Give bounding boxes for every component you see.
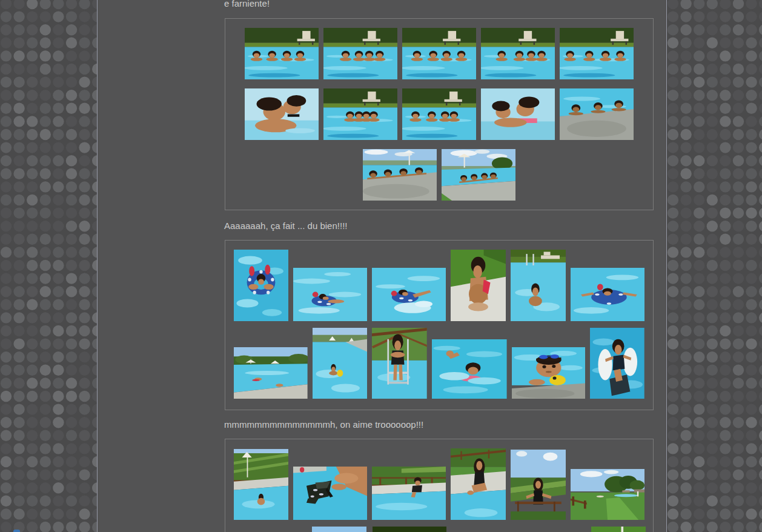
ring-arms-photo: [571, 268, 644, 321]
group-d-photo: [481, 28, 555, 79]
float-chair-photo: [590, 328, 644, 399]
panorama-b-photo: [442, 149, 515, 201]
hedge-flat-photo: [373, 527, 446, 532]
photo-thumb-ball-pool[interactable]: [313, 328, 368, 399]
photo-thumb-group-c[interactable]: [402, 28, 476, 79]
photo-gallery-2: [225, 240, 654, 410]
photo-thumb-group-f[interactable]: [323, 88, 397, 140]
gallery-row: [234, 328, 644, 399]
group-a-photo: [245, 28, 319, 79]
photo-gallery-3: [225, 439, 654, 532]
two-girls-photo: [481, 88, 555, 140]
photo-thumb-butterfly[interactable]: [293, 467, 367, 520]
boy-ladder-photo: [511, 250, 566, 321]
ball-pool-photo: [313, 328, 368, 399]
photo-gallery-1: [225, 18, 654, 210]
photo-thumb-duck-boy[interactable]: [512, 347, 586, 399]
photo-thumb-edge-three[interactable]: [560, 88, 634, 140]
group-f-photo: [323, 88, 397, 140]
photo-thumb-edge-sit[interactable]: [451, 448, 506, 520]
group-g-photo: [402, 88, 476, 140]
photo-thumb-group-a[interactable]: [245, 28, 319, 79]
vineyard-pool-photo: [234, 449, 288, 520]
post-text-ca-fait-du-bien: Aaaaaaah, ça fait ... du bien!!!!: [224, 221, 648, 231]
crouch-girl-photo: [451, 250, 506, 321]
gallery-row: [234, 28, 644, 79]
panorama-a-photo: [363, 149, 437, 201]
photo-thumb-ring-splash[interactable]: [372, 268, 446, 321]
photo-thumb-two-girls[interactable]: [481, 88, 555, 140]
photo-thumb-closeup-two[interactable]: [245, 88, 319, 140]
gallery-row: [234, 88, 644, 140]
duck-boy-photo: [512, 347, 586, 399]
photo-thumb-fence-woman[interactable]: [511, 450, 566, 520]
post-text-on-aime-trop: mmmmmmmmmmmmmmh, on aime troooooop!!!: [224, 419, 648, 430]
photo-thumb-group-g[interactable]: [402, 88, 476, 140]
photo-thumb-group-e[interactable]: [560, 28, 634, 79]
photo-thumb-vineyard-pool[interactable]: [234, 449, 288, 520]
gallery-row: [234, 250, 644, 321]
ladder-girl-photo: [372, 328, 427, 399]
photo-thumb-panorama-a[interactable]: [363, 149, 437, 201]
butterfly-photo: [293, 467, 367, 520]
swim-girl-photo: [432, 339, 507, 399]
photo-thumb-garden[interactable]: [571, 469, 644, 520]
photo-thumb-wide-pool[interactable]: [234, 347, 308, 399]
garden-photo: [571, 469, 644, 520]
group-b-photo: [323, 28, 397, 79]
ring-top-photo: [234, 250, 288, 321]
edge-three-photo: [560, 88, 634, 140]
photo-thumb-ring-far[interactable]: [293, 268, 367, 321]
ring-splash-photo: [372, 268, 446, 321]
content-column: e farniente! Aaaaaaah, ça fait ... du bi…: [97, 0, 667, 532]
wide-pool-photo: [234, 347, 308, 399]
photo-thumb-crouch-girl[interactable]: [451, 250, 506, 321]
photo-thumb-hedge-flat[interactable]: [373, 527, 446, 532]
pool-sit-photo: [372, 467, 446, 520]
page: e farniente! Aaaaaaah, ça fait ... du bi…: [0, 0, 762, 532]
group-c-photo: [402, 28, 476, 79]
photo-thumb-float-chair[interactable]: [590, 328, 644, 399]
lawn-flat-photo: [591, 527, 646, 532]
photo-thumb-sky-flat[interactable]: [312, 527, 366, 532]
photo-thumb-ring-top[interactable]: [234, 250, 288, 321]
group-e-photo: [560, 28, 634, 79]
gallery-row: [234, 448, 644, 520]
photo-thumb-swim-girl[interactable]: [432, 339, 507, 399]
photo-thumb-panorama-b[interactable]: [442, 149, 515, 201]
sky-flat-photo: [312, 527, 366, 532]
photo-thumb-group-d[interactable]: [481, 28, 555, 79]
edge-sit-photo: [451, 448, 506, 520]
photo-thumb-ladder-girl[interactable]: [372, 328, 427, 399]
photo-thumb-boy-ladder[interactable]: [511, 250, 566, 321]
partial-link-sliver[interactable]: [13, 530, 20, 532]
closeup-two-photo: [245, 88, 319, 140]
fence-woman-photo: [511, 450, 566, 520]
ring-far-photo: [293, 268, 367, 321]
photo-thumb-lawn-flat[interactable]: [591, 527, 646, 532]
gallery-row: [234, 149, 644, 201]
dotted-background-right: [667, 0, 762, 532]
photo-thumb-ring-arms[interactable]: [571, 268, 644, 321]
photo-thumb-pool-sit[interactable]: [372, 467, 446, 520]
post-text-farniente: e farniente!: [224, 0, 648, 9]
dotted-background-left: [0, 0, 98, 532]
photo-thumb-group-b[interactable]: [323, 28, 397, 79]
